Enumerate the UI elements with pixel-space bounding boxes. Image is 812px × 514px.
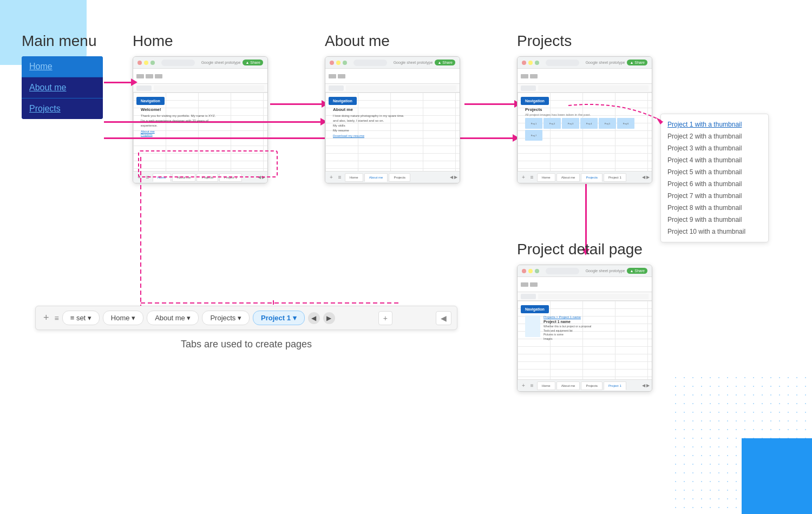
about-title: About me xyxy=(325,32,460,50)
dot-yellow-d xyxy=(528,269,533,273)
menu-item-projects[interactable]: Projects xyxy=(22,98,103,119)
tab-list-d[interactable]: ≡ xyxy=(528,383,536,388)
arrow-line-1 xyxy=(104,82,131,83)
share-btn-d[interactable]: ▲ Share xyxy=(627,268,647,274)
project-list-item-9[interactable]: Project 9 with a thumbnail xyxy=(667,214,762,226)
project-list-item-4[interactable]: Project 4 with a thumbnail xyxy=(667,154,762,166)
formula-a xyxy=(346,85,456,91)
tab-list-p[interactable]: ≡ xyxy=(528,174,536,180)
home-nav-label: Navigation xyxy=(141,99,160,103)
tab-btn-project1[interactable]: Project 1 ▾ xyxy=(253,311,305,325)
detail-sheet: Google sheet prototype ▲ Share Navigatio… xyxy=(517,265,652,392)
cell-ref-p xyxy=(521,85,536,91)
tab-about-a[interactable]: About me xyxy=(364,173,388,182)
tab-add-about[interactable]: + xyxy=(328,174,335,180)
tab-nav-p: ◀ ▶ xyxy=(642,175,650,180)
url-bar-p xyxy=(546,60,579,66)
tab-nav-d: ◀ ▶ xyxy=(642,383,650,388)
tab-btn-projects[interactable]: Projects ▾ xyxy=(202,311,250,325)
projects-sheet: Google sheet prototype ▲ Share Navigatio… xyxy=(517,56,652,183)
proj-thumb-1[interactable]: Proj 1 xyxy=(525,118,542,129)
about-link[interactable]: Download my resume xyxy=(333,134,456,137)
project-list-item-2[interactable]: Project 2 with a thumbnail xyxy=(667,130,762,142)
about-sheet: Google sheet prototype ▲ Share Navigatio… xyxy=(325,56,460,183)
tab-list-about[interactable]: ≡ xyxy=(336,174,344,180)
arrow-about-projects xyxy=(464,100,521,108)
share-button[interactable]: ▲ Share xyxy=(243,60,263,65)
tab-home-a[interactable]: Home xyxy=(345,173,363,182)
arrow-home-about xyxy=(270,100,328,108)
menu-item-about[interactable]: About me xyxy=(22,77,103,98)
tab-projects-a[interactable]: Projects xyxy=(389,173,410,182)
proj-thumb-3[interactable]: Proj 3 xyxy=(562,118,579,129)
project-list-item-6[interactable]: Project 6 with a thumbnail xyxy=(667,178,762,190)
google-sheet-label-p: Google sheet prototype xyxy=(586,61,625,64)
project-list-item-7[interactable]: Project 7 with a thumbnail xyxy=(667,190,762,202)
tab-home-p[interactable]: Home xyxy=(537,173,555,182)
tab-proj1-p[interactable]: Project 1 xyxy=(604,173,626,182)
project-list-item-3[interactable]: Project 3 with a thumbnail xyxy=(667,142,762,154)
tab-prev-btn[interactable]: ◀ xyxy=(308,312,320,324)
tab-add-right-btn[interactable]: + xyxy=(378,311,392,325)
detail-tabbar: + ≡ Home About me Projects Project 1 ◀ ▶ xyxy=(518,379,652,391)
projects-tabbar: + ≡ Home About me Projects Project 1 ◀ ▶ xyxy=(518,171,652,183)
proj-thumb-5[interactable]: Proj 5 xyxy=(599,118,616,129)
dot-yellow xyxy=(144,61,148,65)
arrow-menu-home xyxy=(104,78,137,86)
project-list-item-10[interactable]: Project 10 with a thumbnail xyxy=(667,226,762,238)
project-list-item-8[interactable]: Project 8 with a thumbnail xyxy=(667,202,762,214)
home-sheet-titlebar: Google sheet prototype ▲ Share xyxy=(133,57,267,69)
dot-green xyxy=(150,61,155,65)
share-btn-a[interactable]: ▲ Share xyxy=(435,60,455,65)
proj-thumb-7[interactable]: Proj 7 xyxy=(525,130,542,141)
dot-red-d xyxy=(522,269,526,273)
dot-green-d xyxy=(535,269,539,273)
tab-btn-set[interactable]: ≡ set ▾ xyxy=(62,311,100,325)
detail-project-name: Project 1 name xyxy=(543,320,591,324)
tab-collapse-btn[interactable]: ◀ xyxy=(436,311,451,325)
about-section: About me Google sheet prototype ▲ Share … xyxy=(325,32,460,183)
detail-toolbar xyxy=(518,277,652,292)
arrow-line-ha xyxy=(270,103,322,105)
tab-next-btn[interactable]: ▶ xyxy=(323,312,335,324)
project-detail-title: Project detail page xyxy=(517,241,652,258)
proj-thumb-6[interactable]: Proj 6 xyxy=(617,118,634,129)
tab-btn-home[interactable]: Home ▾ xyxy=(103,311,143,325)
dot-red xyxy=(137,61,142,65)
detail-nav-label: Navigation xyxy=(525,307,545,311)
about-grid: Navigation About me I love doing nature … xyxy=(325,93,460,171)
main-menu-title: Main menu xyxy=(22,32,103,50)
tab-btn-about[interactable]: About me ▾ xyxy=(147,311,199,325)
projects-grid: Navigation Projects All project images h… xyxy=(518,93,652,171)
projects-section: Projects Google sheet prototype ▲ Share … xyxy=(517,32,652,183)
proj-thumb-4[interactable]: Proj 4 xyxy=(580,118,598,129)
home-title: Home xyxy=(133,32,268,50)
tabs-caption: Tabs are used to create pages xyxy=(35,339,457,350)
tab-home-d[interactable]: Home xyxy=(537,381,555,390)
menu-item-home[interactable]: Home xyxy=(22,56,103,77)
tab-about-d[interactable]: About me xyxy=(556,381,580,390)
share-btn-p[interactable]: ▲ Share xyxy=(627,60,647,65)
project-list-item-5[interactable]: Project 5 with a thumbnail xyxy=(667,166,762,178)
tab-projects-p[interactable]: Projects xyxy=(581,173,603,182)
tab-proj1-d[interactable]: Project 1 xyxy=(604,381,626,390)
home-text: Thank you for visiting my portfolio. My … xyxy=(141,114,264,128)
toolbar-icon-3 xyxy=(155,74,162,78)
project-list-item-1[interactable]: Project 1 with a thumbnail xyxy=(667,118,762,130)
dashed-highlight-box xyxy=(138,150,278,177)
home-link-projects[interactable]: Projects xyxy=(141,133,264,136)
dot-red-a xyxy=(330,61,334,65)
tab-projects-label: Projects ▾ xyxy=(210,314,241,322)
proj-thumb-2[interactable]: Proj 2 xyxy=(543,118,561,129)
tab-add-d[interactable]: + xyxy=(520,383,527,388)
dashed-horizontal-svg xyxy=(141,300,401,306)
projects-title: Projects xyxy=(517,32,652,50)
tab-add-p[interactable]: + xyxy=(520,174,527,180)
tabs-bar-mockup: + ≡ ≡ set ▾ Home ▾ About me ▾ Projects ▾… xyxy=(35,306,457,330)
toolbar-d-1 xyxy=(521,282,528,287)
tab-plus-btn[interactable]: + xyxy=(41,312,51,324)
tab-list-icon[interactable]: ≡ xyxy=(55,314,59,322)
tab-about-p[interactable]: About me xyxy=(556,173,580,182)
tab-projects-d[interactable]: Projects xyxy=(581,381,603,390)
tab-nav-a: ◀ ▶ xyxy=(450,175,457,180)
